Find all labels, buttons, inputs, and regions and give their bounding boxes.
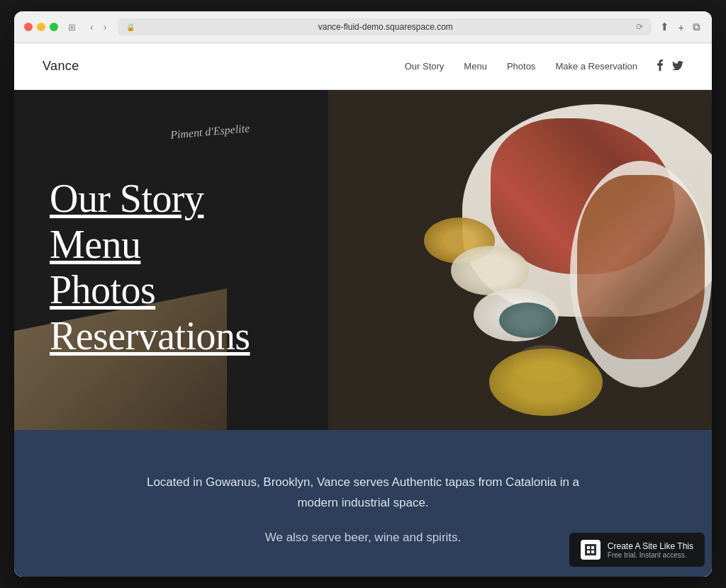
lock-icon: 🔒 xyxy=(126,23,135,31)
forward-button[interactable]: › xyxy=(99,20,111,34)
nav-photos[interactable]: Photos xyxy=(507,61,535,72)
squarespace-text: Create A Site Like This Free trial. Inst… xyxy=(608,541,693,559)
hero-section: Piment d'Espelite Our Story Menu Photos … xyxy=(14,90,712,430)
hero-nav-our-story[interactable]: Our Story xyxy=(50,176,203,221)
squarespace-subtitle: Free trial. Instant access. xyxy=(608,551,693,559)
browser-actions: ⬆ + ⧉ xyxy=(659,19,702,35)
browser-chrome: ⊞ ‹ › 🔒 vance-fluid-demo.squarespace.com… xyxy=(14,11,712,43)
back-button[interactable]: ‹ xyxy=(86,20,98,34)
site-logo[interactable]: Vance xyxy=(43,59,79,74)
sidebar-toggle-button[interactable]: ⊞ xyxy=(65,21,79,34)
website-content: Vance Our Story Menu Photos Make a Reser… xyxy=(14,43,712,577)
windows-button[interactable]: ⧉ xyxy=(691,19,702,35)
minimize-button[interactable] xyxy=(37,23,45,31)
social-icons xyxy=(657,60,683,73)
squarespace-logo xyxy=(581,540,601,560)
traffic-lights xyxy=(24,23,58,31)
twitter-icon[interactable] xyxy=(672,61,683,72)
hero-nav-menu[interactable]: Menu xyxy=(50,222,140,267)
hero-menu: Our Story Menu Photos Reservations xyxy=(14,90,712,430)
browser-window: ⊞ ‹ › 🔒 vance-fluid-demo.squarespace.com… xyxy=(14,11,712,577)
hero-nav-photos[interactable]: Photos xyxy=(50,267,155,312)
svg-rect-0 xyxy=(585,544,596,555)
browser-controls: ⊞ xyxy=(65,21,79,34)
site-nav: Our Story Menu Photos Make a Reservation xyxy=(405,60,683,73)
squarespace-title: Create A Site Like This xyxy=(608,541,693,551)
new-tab-button[interactable]: + xyxy=(676,20,686,35)
url-text: vance-fluid-demo.squarespace.com xyxy=(139,22,632,32)
description-text-2: We also serve beer, wine and spirits. xyxy=(136,528,590,548)
nav-reservation[interactable]: Make a Reservation xyxy=(555,61,637,72)
description-text-1: Located in Gowanus, Brooklyn, Vance serv… xyxy=(136,473,590,514)
facebook-icon[interactable] xyxy=(657,60,664,73)
svg-rect-1 xyxy=(587,546,590,549)
svg-rect-4 xyxy=(591,550,594,553)
svg-rect-3 xyxy=(587,550,590,553)
share-button[interactable]: ⬆ xyxy=(659,19,671,35)
close-button[interactable] xyxy=(24,23,33,31)
refresh-button[interactable]: ⟳ xyxy=(636,22,643,32)
svg-rect-2 xyxy=(591,546,594,549)
nav-buttons: ‹ › xyxy=(86,20,111,34)
maximize-button[interactable] xyxy=(50,23,58,31)
nav-menu[interactable]: Menu xyxy=(464,61,487,72)
address-bar[interactable]: 🔒 vance-fluid-demo.squarespace.com ⟳ xyxy=(118,18,652,35)
nav-our-story[interactable]: Our Story xyxy=(405,61,445,72)
hero-nav-reservations[interactable]: Reservations xyxy=(50,313,250,358)
squarespace-banner[interactable]: Create A Site Like This Free trial. Inst… xyxy=(569,533,705,567)
site-header: Vance Our Story Menu Photos Make a Reser… xyxy=(14,43,712,90)
